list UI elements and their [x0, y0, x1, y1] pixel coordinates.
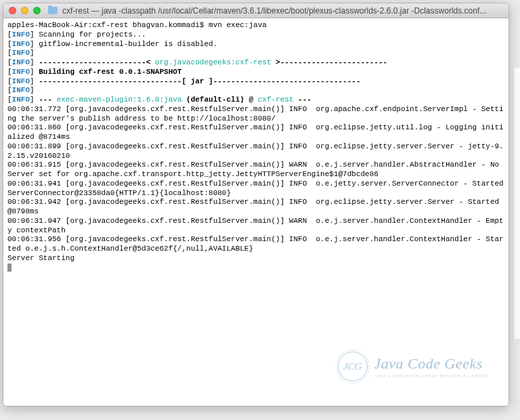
log-line: 00:06:31.915 [org.javacodegeeks.cxf.rest…: [7, 161, 504, 178]
jar-divider: --------------------------------[ jar ]-…: [39, 77, 360, 85]
log-line: 00:06:31.860 [org.javacodegeeks.cxf.rest…: [7, 123, 504, 141]
log-line: 00:06:31.899 [org.javacodegeeks.cxf.rest…: [7, 142, 504, 160]
log-level-info: INFO: [12, 30, 30, 39]
log-line: 00:06:31.942 [org.javacodegeeks.cxf.rest…: [7, 198, 504, 215]
log-line: 00:06:31.772 [org.javacodegeeks.cxf.rest…: [7, 105, 504, 123]
watermark-title: Java Code Geeks: [374, 354, 488, 373]
exec-plugin: exec-maven-plugin:1.6.0:java: [57, 96, 182, 104]
maximize-icon[interactable]: [33, 7, 41, 14]
exec-pre: ---: [39, 96, 56, 104]
log-level-info: INFO: [12, 40, 30, 48]
cursor-icon: [7, 264, 12, 272]
watermark-subtitle: JAVA 2 JAVA DEVELOPERS RESOURCE CENTER: [374, 374, 488, 379]
watermark-logo-icon: JCG: [338, 352, 368, 381]
background-sidebar: [513, 68, 520, 339]
minimize-icon[interactable]: [21, 7, 28, 14]
watermark-text: Java Code Geeks JAVA 2 JAVA DEVELOPERS R…: [374, 354, 488, 379]
log-line: Scanning for projects...: [39, 30, 146, 39]
folder-icon: [48, 7, 58, 14]
log-level-info: INFO: [12, 68, 30, 76]
terminal-window: cxf-rest — java -classpath /usr/local/Ce…: [3, 3, 509, 406]
log-level-info: INFO: [12, 58, 30, 66]
terminal-output[interactable]: apples-MacBook-Air:cxf-rest bhagvan.komm…: [3, 18, 508, 406]
prompt-host: apples-MacBook-Air:cxf-rest bhagvan.komm…: [7, 21, 209, 29]
log-line: 00:06:31.941 [org.javacodegeeks.cxf.rest…: [7, 180, 508, 197]
project-id: org.javacodegeeks:cxf-rest: [155, 58, 272, 66]
exec-mid: (default-cli) @: [181, 96, 257, 104]
window-title: cxf-rest — java -classpath /usr/local/Ce…: [62, 6, 503, 16]
traffic-lights: [9, 7, 41, 14]
close-icon[interactable]: [9, 7, 16, 14]
divider: ------------------------<: [39, 58, 155, 66]
log-level-info: INFO: [12, 77, 30, 85]
exec-artifact: cxf-rest: [258, 96, 294, 104]
log-level-info: INFO: [12, 86, 30, 94]
titlebar[interactable]: cxf-rest — java -classpath /usr/local/Ce…: [3, 3, 508, 18]
log-level-info: INFO: [12, 49, 30, 57]
server-starting: Server Starting: [7, 254, 74, 262]
prompt-command: mvn exec:java: [209, 21, 267, 29]
divider: >------------------------: [272, 58, 388, 66]
log-line: gitflow-incremental-builder is disabled.: [39, 40, 217, 48]
log-line: 00:06:31.947 [org.javacodegeeks.cxf.rest…: [7, 217, 504, 234]
building-line: Building cxf-rest 0.0.1-SNAPSHOT: [39, 68, 181, 76]
log-level-info: INFO: [12, 96, 30, 104]
log-line: 00:06:31.956 [org.javacodegeeks.cxf.rest…: [7, 235, 504, 253]
watermark: JCG Java Code Geeks JAVA 2 JAVA DEVELOPE…: [338, 352, 488, 381]
exec-post: ---: [294, 96, 311, 104]
